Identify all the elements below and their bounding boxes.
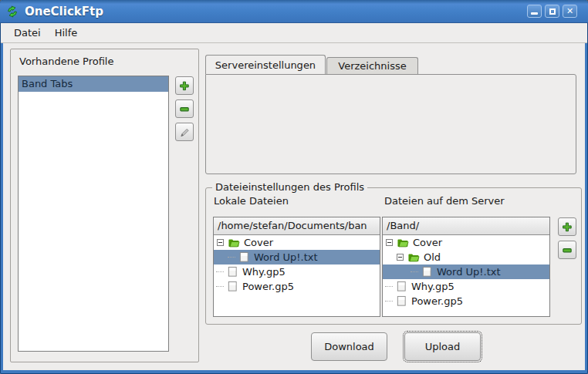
- server-dir-tools: [558, 217, 576, 259]
- edit-profile-button[interactable]: [175, 123, 194, 141]
- collapse-expander-icon[interactable]: [386, 239, 393, 246]
- tab-verzeichnisse[interactable]: Verzeichnisse: [326, 57, 418, 74]
- tree-item-label: Why.gp5: [242, 266, 286, 278]
- tree-item-label: Why.gp5: [411, 281, 455, 292]
- download-button[interactable]: Download: [311, 332, 387, 361]
- minus-icon: [178, 103, 191, 115]
- close-button[interactable]: ✕: [563, 5, 577, 18]
- file-icon: [238, 251, 250, 263]
- tree-item-label: Power.gp5: [242, 281, 294, 292]
- file-icon: [226, 266, 238, 278]
- tree-branch-line: [385, 286, 393, 287]
- folder-open-icon: [228, 237, 240, 248]
- server-tree-row-why[interactable]: Why.gp5: [383, 279, 549, 294]
- server-tree-row-old[interactable]: Old: [383, 250, 549, 264]
- file-icon: [421, 266, 433, 278]
- server-settings-page: [205, 74, 576, 174]
- local-tree-row-why[interactable]: Why.gp5: [214, 264, 380, 279]
- tree-item-label: Power.gp5: [411, 295, 463, 307]
- server-tree-row-word-up[interactable]: Word Up!.txt: [383, 264, 549, 279]
- profile-tools: [175, 76, 194, 141]
- local-file-tree[interactable]: /home/stefan/Documents/ban Cover Word Up…: [213, 217, 380, 317]
- remove-directory-button[interactable]: [558, 241, 576, 259]
- remove-profile-button[interactable]: [175, 99, 194, 118]
- add-profile-button[interactable]: [175, 76, 194, 95]
- tab-servereinstellungen[interactable]: Servereinstellungen: [205, 55, 326, 74]
- local-tree-row-cover[interactable]: Cover: [214, 235, 380, 250]
- minus-icon: [561, 244, 573, 256]
- maximize-icon: [549, 8, 556, 15]
- collapse-expander-icon[interactable]: [397, 254, 404, 261]
- tree-branch-line: [216, 286, 224, 287]
- menu-hilfe[interactable]: Hilfe: [48, 25, 85, 41]
- tree-branch-line: [385, 301, 393, 302]
- file-icon: [395, 281, 407, 292]
- window-controls: ✕: [527, 5, 577, 18]
- upload-button[interactable]: Upload: [404, 332, 481, 361]
- window-title: OneClickFtp: [25, 0, 103, 23]
- tree-branch-line: [228, 257, 235, 258]
- file-settings-group: Dateieinstellungen des Profils Lokale Da…: [205, 187, 582, 325]
- minimize-icon: [531, 12, 538, 15]
- app-sync-icon: [6, 5, 19, 18]
- profile-item-band-tabs[interactable]: Band Tabs: [19, 76, 168, 92]
- tree-item-label: Cover: [244, 237, 273, 248]
- file-icon: [226, 281, 238, 292]
- local-tree-row-word-up[interactable]: Word Up!.txt: [214, 250, 380, 264]
- server-file-tree[interactable]: /Band/ Cover Old Word Up!.txt Why.gp5: [382, 217, 550, 317]
- tree-item-label: Word Up!.txt: [437, 266, 501, 278]
- minimize-button[interactable]: [527, 5, 542, 18]
- app-window: OneClickFtp ✕ Datei Hilfe Vorhandene Pro…: [0, 0, 588, 374]
- close-icon: ✕: [566, 7, 573, 15]
- server-path-header[interactable]: /Band/: [383, 217, 549, 235]
- local-files-label: Lokale Dateien: [214, 195, 289, 207]
- server-tree-row-power[interactable]: Power.gp5: [383, 294, 549, 308]
- tree-branch-line: [411, 271, 418, 272]
- local-path-header[interactable]: /home/stefan/Documents/ban: [214, 217, 380, 235]
- plus-icon: [178, 80, 191, 92]
- server-files-label: Dateien auf dem Server: [384, 195, 505, 207]
- collapse-expander-icon[interactable]: [217, 239, 224, 246]
- local-tree-row-power[interactable]: Power.gp5: [214, 279, 380, 294]
- maximize-button[interactable]: [545, 5, 559, 18]
- profiles-frame: Vorhandene Profile Band Tabs: [10, 49, 199, 362]
- add-directory-button[interactable]: [558, 217, 576, 236]
- profiles-list[interactable]: Band Tabs: [18, 76, 169, 352]
- file-settings-legend: Dateieinstellungen des Profils: [212, 181, 367, 193]
- server-tree-row-cover[interactable]: Cover: [383, 235, 549, 250]
- pencil-icon: [178, 126, 191, 138]
- tree-branch-line: [216, 271, 224, 272]
- tree-item-label: Word Up!.txt: [254, 251, 318, 263]
- menu-bar: Datei Hilfe: [1, 23, 587, 43]
- tree-item-label: Old: [424, 251, 441, 263]
- title-bar[interactable]: OneClickFtp ✕: [0, 0, 588, 23]
- profiles-label: Vorhandene Profile: [19, 56, 113, 67]
- file-icon: [395, 295, 407, 307]
- folder-open-icon: [407, 251, 420, 263]
- folder-open-icon: [397, 237, 409, 248]
- menu-datei[interactable]: Datei: [7, 25, 48, 41]
- tree-item-label: Cover: [413, 237, 442, 248]
- plus-icon: [561, 221, 573, 233]
